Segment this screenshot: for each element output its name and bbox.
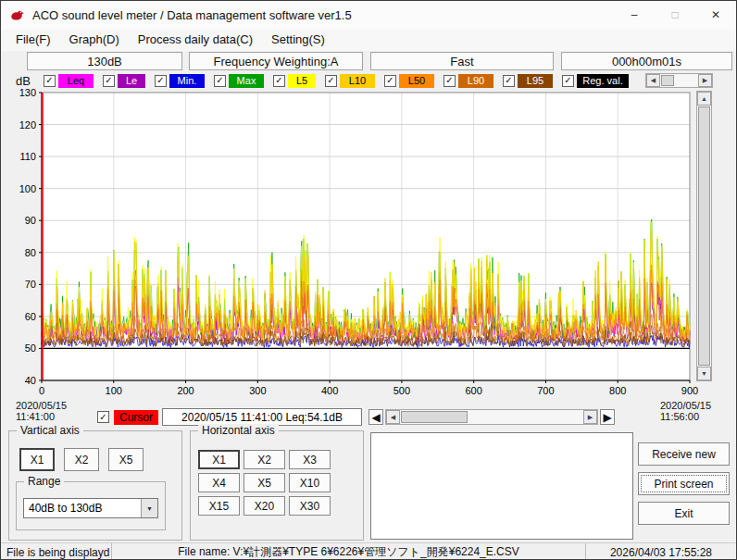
legend-label-min: Min. (169, 74, 205, 88)
header-tab-000h00m01s: 000h00m01s (561, 52, 732, 70)
receive-new-button[interactable]: Receive new (638, 442, 730, 466)
legend-scroll-left-button[interactable]: ◀ (646, 74, 660, 87)
svg-text:700: 700 (537, 385, 554, 396)
legend-checkbox-reg-val[interactable]: ✓ (562, 75, 574, 87)
legend-label-l10: L10 (340, 74, 375, 88)
app-icon (9, 7, 25, 23)
legend-checkbox-le[interactable]: ✓ (103, 75, 115, 87)
legend-item-l50: ✓L50 (384, 74, 434, 88)
exit-button[interactable]: Exit (638, 502, 730, 525)
minimize-button[interactable]: – (614, 1, 655, 29)
window-title: ACO sound level meter / Data management … (32, 8, 352, 22)
legend-checkbox-leq[interactable]: ✓ (44, 75, 56, 87)
legend-label-le: Le (118, 74, 145, 88)
legend-checkbox-l10[interactable]: ✓ (325, 75, 337, 87)
svg-text:130: 130 (19, 87, 36, 98)
chart-end-datetime: 2020/05/15 11:56:00 (660, 400, 711, 422)
window-controls: – □ ✕ (614, 1, 736, 29)
cursor-checkbox[interactable]: ✓ (97, 411, 109, 423)
chart-vscrollbar-track[interactable] (697, 106, 711, 367)
range-selected-value: 40dB to 130dB (24, 502, 141, 515)
legend-scrollbar[interactable]: ◀ ▶ (645, 73, 713, 88)
svg-text:0: 0 (39, 385, 44, 396)
haxis-x5-button[interactable]: X5 (244, 473, 285, 492)
svg-text:60: 60 (25, 311, 36, 322)
legend-scroll-right-button[interactable]: ▶ (698, 74, 712, 87)
legend: ✓Leq✓Le✓Min.✓Max✓L5✓L10✓L50✓L90✓L95✓Reg.… (44, 73, 629, 88)
header-tab-frequency-weighting-a: Frequency Weighting:A (189, 52, 363, 70)
vaxis-x2-button[interactable]: X2 (64, 448, 99, 471)
legend-item-leq: ✓Leq (44, 74, 94, 88)
haxis-x20-button[interactable]: X20 (244, 496, 285, 516)
horizontal-axis-group-label: Horizontal axis (198, 424, 279, 437)
maximize-button[interactable]: □ (655, 1, 695, 29)
legend-item-max: ✓Max (214, 74, 264, 88)
legend-checkbox-l90[interactable]: ✓ (443, 75, 456, 87)
chart-scroll-up-button[interactable]: ▲ (697, 92, 711, 106)
chart-start-datetime: 2020/05/15 11:41:00 (16, 400, 67, 422)
haxis-x15-button[interactable]: X15 (198, 496, 240, 516)
cursor-label: Cursor (114, 410, 158, 425)
chart-scroll-right-button[interactable]: ▶ (583, 410, 597, 424)
haxis-x4-button[interactable]: X4 (198, 473, 240, 492)
print-screen-button[interactable]: Print screen (638, 472, 730, 495)
chart-hscrollbar-track[interactable] (400, 410, 583, 424)
legend-checkbox-l5[interactable]: ✓ (273, 75, 285, 87)
svg-text:40: 40 (25, 375, 36, 386)
start-time: 11:41:00 (16, 411, 55, 422)
legend-checkbox-min[interactable]: ✓ (155, 75, 167, 87)
legend-label-l50: L50 (399, 74, 434, 88)
svg-text:120: 120 (19, 119, 36, 131)
legend-checkbox-l95[interactable]: ✓ (503, 75, 515, 87)
range-select[interactable]: 40dB to 130dB ▼ (23, 498, 158, 518)
legend-item-l10: ✓L10 (325, 74, 375, 88)
data-listbox[interactable] (370, 432, 633, 540)
range-dropdown-button[interactable]: ▼ (141, 499, 157, 517)
vertical-axis-group-label: Vartical axis (17, 424, 83, 437)
chart-vscrollbar-thumb[interactable] (698, 106, 710, 366)
header-tab-130db: 130dB (27, 52, 182, 70)
vaxis-x1-button[interactable]: X1 (19, 448, 55, 471)
legend-checkbox-max[interactable]: ✓ (214, 75, 226, 87)
chart-vertical-scrollbar[interactable]: ▲ ▼ (696, 91, 712, 381)
svg-text:800: 800 (609, 385, 626, 396)
start-date: 2020/05/15 (16, 400, 67, 411)
close-button[interactable]: ✕ (695, 1, 736, 29)
title-bar[interactable]: ACO sound level meter / Data management … (1, 1, 736, 29)
chart-horizontal-scrollbar[interactable]: ◀ ▶ (385, 409, 598, 425)
end-time: 11:56:00 (660, 411, 699, 422)
haxis-x10-button[interactable]: X10 (289, 473, 331, 492)
svg-text:90: 90 (25, 215, 36, 226)
legend-item-min: ✓Min. (155, 74, 205, 88)
status-message: File is being displayd (1, 543, 112, 560)
chart-scroll-left-button[interactable]: ◀ (386, 410, 400, 424)
haxis-x2-button[interactable]: X2 (244, 450, 285, 469)
header-tabs-row: 130dBFrequency Weighting:AFast000h00m01s (1, 51, 736, 71)
status-filename: File name: V:¥計測器¥TYPE 6¥6226¥管理ソフト_開発¥6… (112, 543, 586, 560)
y-axis-unit-label: dB (16, 74, 31, 88)
legend-scrollbar-thumb[interactable] (661, 75, 674, 86)
vaxis-x5-button[interactable]: X5 (108, 448, 144, 471)
menu-item-setting[interactable]: Setting(S) (262, 29, 334, 51)
app-window: ACO sound level meter / Data management … (0, 0, 737, 560)
svg-text:110: 110 (19, 151, 36, 162)
chart-scroll-down-button[interactable]: ▼ (697, 367, 711, 380)
end-date: 2020/05/15 (660, 400, 711, 411)
chart-hscrollbar-thumb[interactable] (401, 411, 468, 423)
haxis-x3-button[interactable]: X3 (289, 450, 331, 469)
menu-item-file[interactable]: File(F) (6, 29, 60, 51)
legend-checkbox-l50[interactable]: ✓ (384, 75, 396, 87)
svg-text:400: 400 (321, 385, 338, 396)
legend-item-l95: ✓L95 (503, 74, 553, 88)
page-left-button[interactable]: ◀ (368, 409, 383, 425)
haxis-x30-button[interactable]: X30 (289, 496, 331, 516)
menu-item-graph[interactable]: Graph(D) (60, 29, 129, 51)
legend-label-l95: L95 (518, 74, 553, 88)
svg-text:80: 80 (25, 247, 36, 258)
menu-item-process-daily-data[interactable]: Process daily data(C) (129, 29, 262, 51)
legend-scrollbar-track[interactable] (660, 74, 698, 87)
page-right-button[interactable]: ▶ (600, 409, 615, 425)
legend-label-leq: Leq (58, 74, 94, 88)
haxis-x1-button[interactable]: X1 (198, 450, 240, 469)
legend-label-l5: L5 (288, 74, 316, 88)
